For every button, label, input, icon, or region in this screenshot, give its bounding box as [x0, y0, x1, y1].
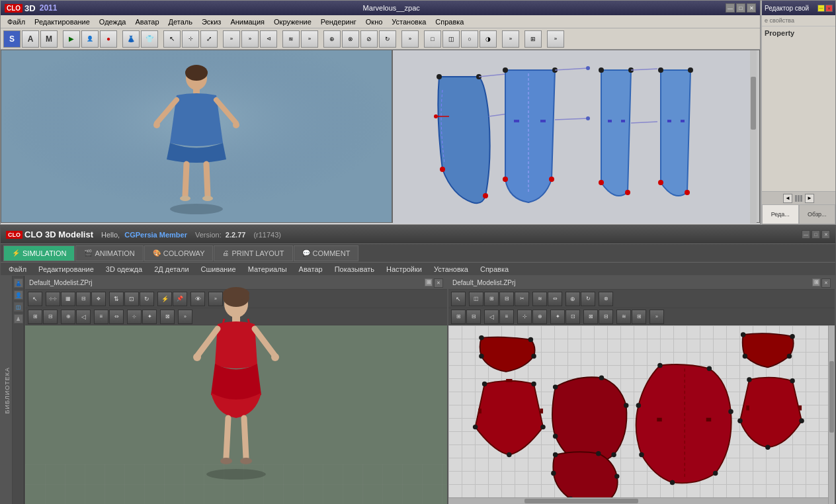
pt-t2-1[interactable]: ⊞ [451, 310, 466, 324]
mode-m-button[interactable]: M [40, 30, 58, 48]
menu-avatar[interactable]: Аватар [131, 17, 163, 27]
icon-btn-head[interactable]: ♟ [14, 314, 23, 323]
move-tool[interactable]: ⤢ [200, 30, 218, 48]
pt-tb-9[interactable]: ⊗ [599, 292, 613, 306]
3d-tb-move[interactable]: ⇅ [109, 292, 124, 306]
play-button[interactable]: ▶ [63, 30, 80, 48]
menu-file[interactable]: Файл [3, 17, 29, 27]
3d-t2-extra[interactable]: ≡ [94, 310, 108, 324]
tab-animation[interactable]: 🎬 ANIMATION [75, 245, 143, 261]
tab-edit[interactable]: Реда... [762, 204, 799, 224]
pt-t2-5[interactable]: ⊹ [517, 310, 532, 324]
pt-tb-sel[interactable]: ↖ [451, 292, 466, 306]
menu-render[interactable]: Рендеринг [317, 17, 360, 27]
bmenu-edit[interactable]: Редактирование [33, 264, 99, 274]
bmenu-avatar[interactable]: Аватар [294, 264, 328, 274]
menu-environment[interactable]: Окружение [270, 17, 315, 27]
bmenu-materials[interactable]: Материалы [243, 264, 292, 274]
prop-minimize-btn[interactable]: — [817, 5, 825, 12]
bmenu-setup[interactable]: Установка [429, 264, 474, 274]
prop-nav-left[interactable]: ◄ [783, 194, 792, 203]
3d-t2-m1[interactable]: ⊹ [127, 310, 142, 324]
3d-t2-arr[interactable]: ◁ [76, 310, 91, 324]
bmenu-2d[interactable]: 2Д детали [149, 264, 194, 274]
pattern-hscroll[interactable] [448, 497, 828, 504]
pt-t2-3[interactable]: ◁ [484, 310, 499, 324]
select2-tool[interactable]: ⊹ [182, 30, 199, 48]
menu-help[interactable]: Справка [431, 17, 468, 27]
view-sq2[interactable]: ◫ [442, 30, 460, 48]
icon-btn-pattern[interactable]: ◫ [14, 302, 23, 312]
cam3-tool[interactable]: ⊘ [360, 30, 378, 48]
pt-t2-7[interactable]: ✦ [550, 310, 565, 324]
top-close-button[interactable]: ✕ [747, 3, 756, 13]
select-tool[interactable]: ↖ [163, 30, 181, 48]
pt-t2-more[interactable]: » [649, 310, 664, 324]
pt-t2-8[interactable]: ⊡ [565, 310, 580, 324]
pt-t2-9[interactable]: ⊠ [583, 310, 598, 324]
top-maximize-button[interactable]: □ [736, 3, 745, 13]
3d-tb-rot[interactable]: ↻ [140, 292, 154, 306]
bottom-maximize-btn[interactable]: □ [812, 230, 820, 239]
top-3d-view[interactable] [1, 50, 392, 223]
3d-t2-m2[interactable]: ✦ [142, 310, 157, 324]
pt-t2-4[interactable]: ≡ [499, 310, 514, 324]
bottom-minimize-btn[interactable]: — [802, 230, 810, 239]
pattern-hscroll-thumb[interactable] [524, 499, 638, 503]
top-pattern-view[interactable] [392, 50, 760, 223]
wind-btn[interactable]: ≋ [282, 30, 300, 48]
3d-tb-sel1[interactable]: ⊹⊹ [46, 292, 60, 306]
bmenu-settings[interactable]: Настройки [381, 264, 427, 274]
tab-simulation[interactable]: ⚡ SIMULATION [3, 245, 75, 261]
3d-panel-close-btn[interactable]: ✕ [434, 278, 443, 288]
extra-btn3[interactable]: » [547, 30, 564, 48]
menu-animation[interactable]: Анимация [226, 17, 269, 27]
tool-extra3[interactable]: ⊲ [260, 30, 277, 48]
extra-btn2[interactable]: ⊞ [524, 30, 542, 48]
tab-view[interactable]: Обзр... [799, 204, 836, 224]
pt-tb-2[interactable]: ⊞ [484, 292, 499, 306]
extra-btn1[interactable]: » [502, 30, 519, 48]
cam2-tool[interactable]: ⊗ [342, 30, 359, 48]
tool-b1[interactable]: » [301, 30, 318, 48]
menu-settings[interactable]: Установка [388, 17, 430, 27]
pattern-vscroll-thumb[interactable] [829, 361, 834, 433]
pt-t2-11[interactable]: ≋ [616, 310, 631, 324]
tab-print-layout[interactable]: 🖨 PRINT LAYOUT [214, 245, 292, 261]
menu-window[interactable]: Окно [362, 17, 387, 27]
garment-btn[interactable]: 👗 [122, 30, 140, 48]
pt-t2-6[interactable]: ⊕ [532, 310, 547, 324]
icon-btn-shirt[interactable]: 👗 [14, 278, 23, 288]
pt-t2-12[interactable]: ⊞ [632, 310, 646, 324]
bmenu-sewing[interactable]: Сшивание [196, 264, 241, 274]
garment2-btn[interactable]: 👕 [141, 30, 158, 48]
tool-extra1[interactable]: » [223, 30, 240, 48]
prop-close-btn[interactable]: ✕ [825, 5, 833, 12]
mode-s-button[interactable]: S [3, 30, 21, 48]
3d-t2-wire[interactable]: ⊟ [43, 310, 58, 324]
3d-tb-nav[interactable]: ↖ [28, 292, 42, 306]
pt-tb-8[interactable]: ↻ [581, 292, 595, 306]
3d-t2-sym[interactable]: ⇔ [109, 310, 124, 324]
top-minimize-button[interactable]: — [726, 3, 735, 13]
bmenu-help[interactable]: Справка [475, 264, 514, 274]
3d-tb-scale[interactable]: ⊡ [124, 292, 139, 306]
pattern-panel-close-btn[interactable]: ✕ [821, 278, 831, 288]
bottom-close-btn[interactable]: ✕ [821, 230, 830, 239]
3d-tb-sel4[interactable]: ✥ [91, 292, 106, 306]
menu-sketch[interactable]: Эскиз [198, 17, 225, 27]
bottom-3d-view[interactable] [25, 325, 447, 504]
tab-comment[interactable]: 💬 COMMENT [294, 245, 359, 261]
pattern-vscroll[interactable] [828, 325, 835, 504]
3d-t2-snap[interactable]: ⊕ [61, 310, 75, 324]
view-sq3[interactable]: ○ [461, 30, 478, 48]
pt-tb-3[interactable]: ⊟ [499, 292, 514, 306]
cam4-tool[interactable]: ↻ [379, 30, 396, 48]
3d-tb-sel3[interactable]: ⊟ [76, 292, 91, 306]
mode-a-button[interactable]: A [22, 30, 39, 48]
icon-btn-person[interactable]: 👤 [14, 290, 23, 300]
prop-nav-right[interactable]: ► [805, 194, 814, 203]
bmenu-show[interactable]: Показывать [329, 264, 380, 274]
pattern-expand-btn[interactable]: ⊞ [812, 278, 820, 286]
bottom-pattern-view[interactable] [448, 325, 835, 504]
